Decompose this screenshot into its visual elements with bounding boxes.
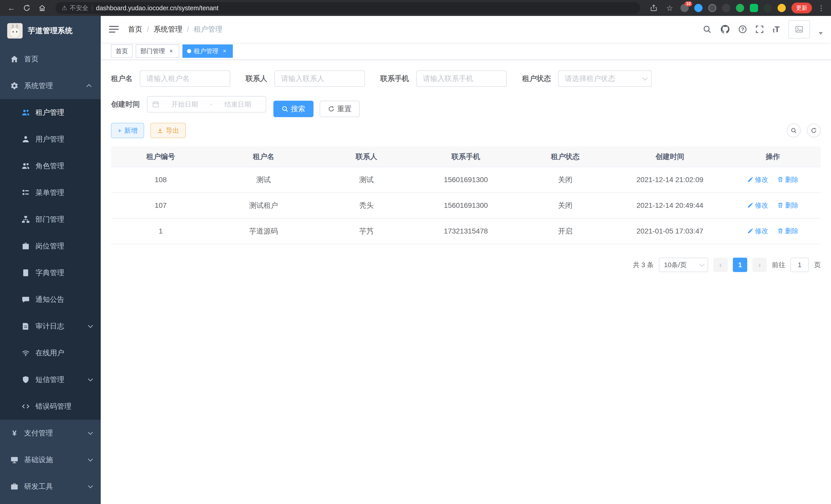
search-button[interactable]: 搜索: [274, 101, 314, 117]
log-icon: [22, 322, 30, 330]
omnibox-divider: [92, 5, 92, 11]
tab-tenant[interactable]: 租户管理 ×: [182, 45, 233, 58]
reload-icon[interactable]: [22, 3, 32, 13]
extension-icon-1[interactable]: 10: [681, 4, 689, 12]
share-icon[interactable]: [649, 3, 659, 13]
sidebar-item-devtools[interactable]: 研发工具: [0, 473, 101, 500]
security-status[interactable]: ⚠ 不安全: [62, 4, 88, 12]
sidebar-item-tenant[interactable]: 租户管理: [0, 99, 101, 126]
sidebar-item-dept[interactable]: 部门管理: [0, 206, 101, 233]
home-icon[interactable]: [37, 3, 47, 13]
close-icon[interactable]: ×: [221, 48, 228, 55]
gear-icon: [10, 82, 19, 90]
sidebar-item-infra[interactable]: 基础设施: [0, 446, 101, 473]
sidebar-item-label: 菜单管理: [35, 188, 64, 198]
filter-label: 联系人: [246, 74, 267, 84]
app-logo[interactable]: 芋道管理系统: [0, 16, 101, 46]
address-bar[interactable]: ⚠ 不安全 dashboard.yudao.iocoder.cn/system/…: [56, 2, 640, 14]
avatar-dropdown-caret-icon[interactable]: [819, 32, 823, 35]
sidebar-item-payment[interactable]: ¥ 支付管理: [0, 420, 101, 446]
toggle-search-icon[interactable]: [787, 124, 801, 138]
breadcrumb-home[interactable]: 首页: [128, 24, 142, 34]
next-page-button[interactable]: ›: [752, 258, 767, 272]
broken-image-icon: [795, 25, 804, 33]
chevron-down-icon: [88, 430, 93, 435]
extension-icon-drop[interactable]: [694, 4, 703, 12]
browser-menu-icon[interactable]: ⋮: [818, 4, 825, 12]
yen-icon: ¥: [10, 429, 19, 438]
extension-icon-green-square[interactable]: [750, 4, 758, 12]
refresh-table-icon[interactable]: [807, 124, 821, 138]
add-button[interactable]: + 新增: [111, 123, 144, 138]
goto-page-input[interactable]: [791, 258, 809, 272]
reset-button[interactable]: 重置: [320, 101, 360, 117]
sidebar-item-user[interactable]: 用户管理: [0, 126, 101, 153]
sidebar-item-label: 字典管理: [35, 268, 64, 278]
status-select[interactable]: 请选择租户状态: [558, 70, 652, 87]
tab-home[interactable]: 首页: [111, 45, 133, 58]
font-small-glyph: t: [773, 28, 774, 33]
sidebar-item-sms[interactable]: 短信管理: [0, 366, 101, 393]
font-size-icon[interactable]: tT: [773, 25, 780, 33]
tab-label: 部门管理: [140, 47, 165, 55]
sidebar-item-system[interactable]: 系统管理: [0, 72, 101, 99]
search-icon[interactable]: [703, 25, 712, 34]
sidebar-item-error-code[interactable]: 错误码管理: [0, 393, 101, 420]
close-icon[interactable]: ×: [168, 48, 175, 55]
profile-avatar-icon[interactable]: [778, 4, 786, 12]
col-header-name: 租户名: [210, 146, 317, 167]
page-size-select[interactable]: 10条/页: [659, 258, 708, 272]
delete-button[interactable]: 删除: [777, 227, 798, 236]
sidebar-item-menu[interactable]: 菜单管理: [0, 179, 101, 206]
breadcrumb-system[interactable]: 系统管理: [154, 24, 182, 34]
sidebar-item-notice[interactable]: 通知公告: [0, 286, 101, 313]
sidebar-item-post[interactable]: 岗位管理: [0, 233, 101, 260]
cell-status: 关闭: [515, 167, 615, 192]
edit-button[interactable]: 修改: [747, 227, 768, 236]
contact-mobile-input[interactable]: [416, 70, 507, 87]
edit-button[interactable]: 修改: [747, 201, 768, 210]
current-page-button[interactable]: 1: [733, 258, 747, 272]
page-content: 租户名 联系人 联系手机 租户状态 请选择租户状态: [101, 60, 831, 504]
edit-button[interactable]: 修改: [747, 175, 768, 184]
export-button[interactable]: 导出: [150, 123, 186, 138]
extension-icon-green-circle[interactable]: [736, 4, 744, 12]
filter-contact-mobile: 联系手机: [380, 70, 507, 87]
sidebar-item-role[interactable]: 角色管理: [0, 153, 101, 179]
cell-created: 2021-12-14 20:49:44: [615, 192, 725, 218]
date-range-picker[interactable]: 开始日期 - 结束日期: [147, 96, 266, 113]
tab-label: 租户管理: [194, 47, 219, 55]
reset-button-label: 重置: [337, 104, 351, 114]
back-icon[interactable]: ←: [6, 3, 17, 13]
extension-icon-dark2[interactable]: [722, 4, 730, 12]
sidebar-item-online-users[interactable]: 在线用户: [0, 339, 101, 366]
contact-name-input[interactable]: [275, 70, 365, 87]
sidebar-item-home[interactable]: 首页: [0, 46, 101, 72]
question-glyph: ?: [739, 25, 746, 33]
sidebar-item-audit-log[interactable]: 审计日志: [0, 313, 101, 339]
delete-button[interactable]: 删除: [777, 201, 798, 210]
prev-page-button[interactable]: ‹: [713, 258, 728, 272]
chrome-update-button[interactable]: 更新: [792, 3, 812, 13]
message-icon: [22, 295, 30, 304]
cell-contact: 芋艿: [317, 218, 416, 244]
screen: ← ⚠ 不安全 dashboard.yudao.iocoder.cn/syste…: [0, 0, 831, 504]
sidebar-item-dict[interactable]: 字典管理: [0, 260, 101, 286]
cell-status: 关闭: [515, 192, 615, 218]
avatar[interactable]: [789, 20, 810, 38]
sidebar-item-label: 审计日志: [35, 321, 64, 331]
bookmark-star-icon[interactable]: ☆: [664, 3, 675, 13]
sidebar-toggle-icon[interactable]: [109, 25, 119, 33]
extension-icon-dark[interactable]: [708, 4, 716, 12]
book-icon: [22, 269, 30, 277]
tab-dept[interactable]: 部门管理 ×: [136, 45, 179, 58]
extension-icon-puzzle[interactable]: [764, 4, 772, 12]
cell-actions: 修改 删除: [725, 167, 821, 192]
help-icon[interactable]: ?: [739, 25, 746, 33]
delete-button[interactable]: 删除: [777, 175, 798, 184]
tenant-name-input[interactable]: [140, 70, 230, 87]
fullscreen-icon[interactable]: [755, 25, 764, 34]
sidebar-menu: 首页 系统管理 租户管理 用户管理: [0, 46, 101, 504]
github-icon[interactable]: [720, 24, 730, 34]
page-unit-label: 页: [814, 261, 821, 269]
